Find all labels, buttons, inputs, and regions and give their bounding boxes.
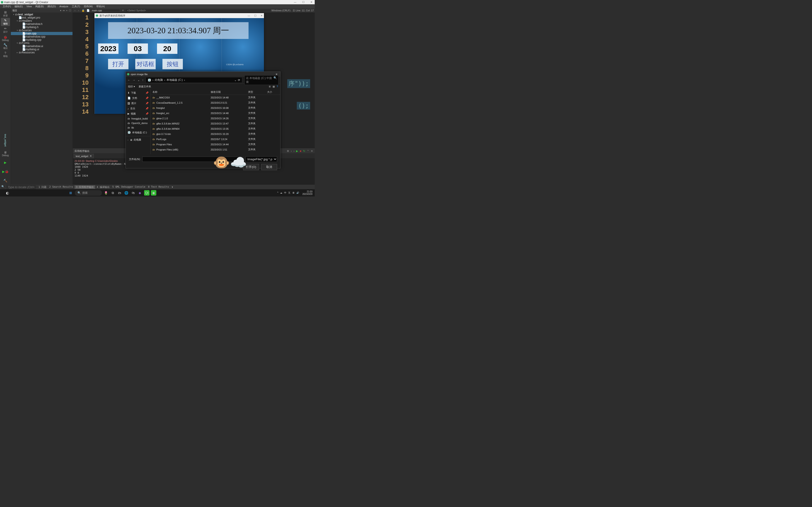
tray-icon[interactable]: ^ — [277, 191, 278, 194]
file-row[interactable]: 🗁glut-3.7.6-bin2023/3/15 15:20文件夹 — [151, 131, 280, 136]
status-dropdown-icon[interactable]: ▾ — [172, 186, 173, 188]
menu-item[interactable]: 工具(T) — [70, 4, 82, 9]
app-titlebar[interactable]: 基于qt5开发的应用程序 — ☐ ✕ — [95, 13, 264, 18]
output-close-icon[interactable]: ✕ — [311, 150, 313, 153]
menu-item[interactable]: 构建(B) — [34, 4, 46, 9]
help-icon[interactable]: ? — [276, 85, 278, 88]
file-row[interactable]: 🗁glfw-3.3.8.bin.WIN642023/3/15 13:35文件夹 — [151, 126, 280, 131]
tree-item[interactable]: 📄main.cpp — [11, 32, 72, 35]
breadcrumb[interactable]: 💽 ›此电脑 ›本地磁盘 (C:) › ⌄ ⟳ — [146, 77, 242, 83]
column-header[interactable]: 修改日期 — [209, 90, 246, 95]
tree-item[interactable]: ▾🗁Headers — [11, 19, 72, 22]
file-row[interactable]: 🗁CocosDashboard_1.2.52023/3/13 0:21文件夹 — [151, 100, 280, 105]
app-close-icon[interactable]: ✕ — [261, 14, 263, 17]
status-pane-1[interactable]: 2 Search Results — [48, 185, 74, 189]
build-button[interactable]: 🔨 — [1, 176, 10, 185]
file-list[interactable]: 名称修改日期类型大小 🗁__MACOSX2023/3/15 14:48文件夹🗁C… — [151, 90, 280, 154]
crumb-dropdown-icon[interactable]: ⌄ — [234, 78, 237, 82]
close-file-icon[interactable]: ✕ — [121, 9, 125, 12]
tray-icon[interactable]: 中 — [284, 191, 286, 194]
widgets-icon[interactable]: 🌷 — [103, 190, 109, 195]
copilot-icon[interactable]: ◐ — [6, 191, 9, 195]
file-row[interactable]: 🗁freeglut_src2023/3/15 14:48文件夹 — [151, 110, 280, 116]
sidebar-item[interactable]: 💽本地磁盘 (C:) — [126, 130, 150, 135]
nav-up-icon[interactable]: ↑ — [142, 78, 143, 82]
file-row[interactable]: 🗁glew-2.1.02023/3/15 14:26文件夹 — [151, 116, 280, 121]
nav-back-icon[interactable]: ‹ — [73, 9, 77, 12]
output-next-icon[interactable]: › — [294, 150, 295, 153]
sidebar-item[interactable]: 📄文档📌 — [126, 96, 150, 101]
tree-item[interactable]: ▾🗁Forms — [11, 42, 72, 45]
filter-select[interactable]: ImageFile(*.jpg *.png) — [245, 156, 277, 162]
mode-编辑[interactable]: ✎编辑 — [1, 18, 10, 26]
organize-menu[interactable]: 组织 ▾ — [128, 85, 135, 88]
file-row[interactable]: 🗁__MACOSX2023/3/15 14:48文件夹 — [151, 95, 280, 100]
mode-Debug[interactable]: 🐞Debug — [1, 34, 10, 42]
kit-selector[interactable]: 🖥Debug — [1, 150, 10, 158]
mode-设计[interactable]: ✏设计 — [1, 26, 10, 34]
output-rerun-icon[interactable]: ↻ — [303, 150, 305, 153]
tree-item[interactable]: ▾🗁test_widget — [11, 13, 72, 16]
tree-item[interactable]: 📄test_widget.pro — [11, 16, 72, 19]
menu-item[interactable]: 编辑(E) — [13, 4, 25, 9]
start-button[interactable]: ⊞ — [68, 190, 73, 195]
taskbar-search[interactable]: 🔍搜索 — [75, 190, 102, 196]
taskview-icon[interactable]: ⧉ — [110, 190, 115, 195]
sidebar-item[interactable]: ♪音乐📌 — [126, 106, 150, 111]
nav-back-icon[interactable]: ← — [128, 78, 130, 82]
app-minimize-icon[interactable]: — — [248, 14, 250, 17]
locator-input[interactable] — [6, 185, 36, 189]
mode-帮助[interactable]: ?帮助 — [1, 51, 10, 59]
tray-icon[interactable]: 🖥 — [292, 191, 295, 194]
status-pane-4[interactable]: 5 QML Debugger Console — [111, 185, 147, 189]
nav-fwd-icon[interactable]: › — [77, 9, 80, 12]
menu-item[interactable]: 文件(F) — [1, 4, 13, 9]
line-ending-selector[interactable]: Windows (CRLF) — [271, 9, 291, 12]
tree-item[interactable]: 📄mydialog.ui — [11, 48, 72, 51]
status-pane-2[interactable]: 3 应用程序输出 — [74, 185, 95, 189]
app-taskbar-icon[interactable]: ◉ — [151, 190, 156, 195]
tree-item[interactable]: ▸🗁Resources — [11, 51, 72, 54]
new-folder-button[interactable]: 新建文件夹 — [139, 85, 151, 88]
filename-input[interactable] — [142, 157, 244, 162]
view-list-icon[interactable]: ≣ — [269, 85, 271, 88]
column-header[interactable]: 名称 — [151, 90, 209, 95]
tree-item[interactable]: 📄mainwindow.cpp — [11, 35, 72, 38]
sidebar-item[interactable]: ⬇下载📌 — [126, 90, 150, 96]
link-icon[interactable]: ⇔ — [63, 9, 65, 12]
project-tree[interactable]: ▾🗁test_widget📄test_widget.pro▾🗁Headers📄m… — [11, 12, 72, 55]
dialog-sidebar[interactable]: ⬇下载📌📄文档📌🖼图片📌♪音乐📌▶视频📌🗁freegglut_build🗁Ope… — [126, 90, 151, 154]
add-icon[interactable]: + — [66, 9, 67, 12]
run-button[interactable]: ▶ — [1, 159, 10, 167]
dialog-search-input[interactable]: 在 本地磁盘 (C:) 中搜索🔍 — [245, 75, 278, 85]
nav-forward-icon[interactable]: → — [133, 78, 135, 82]
split-icon[interactable]: ☐ — [69, 9, 71, 12]
output-stop-icon[interactable]: ■ — [300, 150, 301, 153]
vs-icon[interactable]: ◈ — [137, 190, 143, 195]
tree-item[interactable]: 📄mainwindow.h — [11, 22, 72, 25]
debug-run-button[interactable]: ▶🐞 — [1, 168, 10, 176]
app-maximize-icon[interactable]: ☐ — [254, 14, 256, 17]
app-button[interactable]: 按钮 — [162, 59, 183, 69]
tray-icon[interactable]: 🔊 — [296, 191, 299, 194]
tree-item[interactable]: 📄mydialog.cpp — [11, 38, 72, 42]
status-pane-0[interactable]: 1 问题 — [37, 185, 48, 189]
symbol-selector[interactable]: <Select Symbol> — [126, 9, 270, 12]
locator-icon[interactable]: 🔍 — [1, 185, 5, 189]
menu-item[interactable]: 控件(W) — [82, 4, 95, 9]
file-row[interactable]: 🗁PerfLogs2022/5/7 13:24文件夹 — [151, 136, 280, 142]
sidebar-item[interactable]: 🗁OpenGl_demo — [126, 121, 150, 125]
output-tab[interactable]: test_widget✕ — [73, 154, 94, 158]
file-row[interactable]: 🗁glfw-3.3.8.bin.WIN322023/3/15 13:47文件夹 — [151, 121, 280, 126]
refresh-icon[interactable]: ⟳ — [238, 78, 240, 82]
file-row[interactable]: 🗁freeglut2023/3/15 16:08文件夹 — [151, 105, 280, 110]
close-icon[interactable]: ✕ — [310, 1, 312, 4]
mode-欢迎[interactable]: ⊞欢迎 — [1, 10, 10, 18]
menu-item[interactable]: Analyze — [58, 5, 70, 8]
explorer-icon[interactable]: 🗁 — [117, 190, 122, 195]
filter-icon[interactable]: ▾ — [60, 9, 61, 12]
qt-icon[interactable]: Qt — [144, 190, 150, 195]
app-button[interactable]: 对话框 — [135, 59, 156, 69]
maximize-icon[interactable]: ☐ — [302, 1, 305, 4]
menu-item[interactable]: 帮助(H) — [95, 4, 106, 9]
